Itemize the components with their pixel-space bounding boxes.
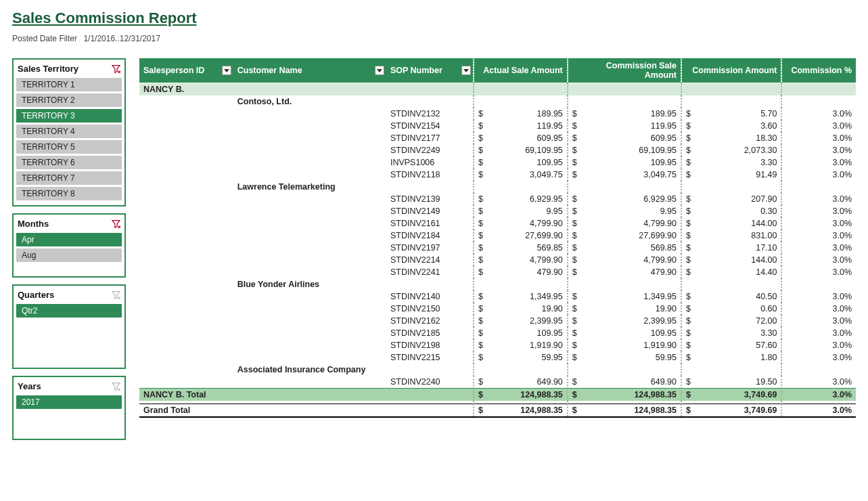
commission-pct: 3.0%: [781, 351, 856, 364]
actual-amount: 4,799.90: [487, 217, 568, 230]
currency-symbol: $: [474, 389, 487, 401]
commission-pct: 3.0%: [781, 404, 856, 418]
commission-pct: 3.0%: [781, 266, 856, 278]
col-customer[interactable]: Customer Name: [233, 58, 386, 83]
actual-amount: 124,988.35: [487, 404, 568, 418]
currency-symbol: $: [568, 254, 581, 266]
commission-sale-amount: 124,988.35: [581, 389, 681, 401]
dropdown-icon[interactable]: [461, 66, 471, 75]
currency-symbol: $: [474, 290, 487, 303]
table-row: Contoso, Ltd.: [139, 95, 856, 108]
sop-number: STDINV2150: [386, 303, 474, 315]
currency-symbol: $: [681, 169, 695, 181]
currency-symbol: $: [681, 144, 695, 156]
slicer-item[interactable]: TERRITORY 1: [16, 78, 122, 91]
col-comm-sale[interactable]: Commission Sale Amount: [568, 58, 681, 83]
sop-number: STDINV2149: [386, 205, 474, 217]
slicer-item[interactable]: 2017: [16, 395, 122, 409]
currency-symbol: $: [568, 351, 581, 364]
col-salesperson[interactable]: Salesperson ID: [139, 58, 233, 83]
commission-amount: 91.49: [695, 169, 782, 181]
slicer-item[interactable]: Apr: [16, 233, 122, 246]
currency-symbol: $: [681, 205, 695, 217]
currency-symbol: $: [474, 339, 487, 351]
commission-sale-amount: 479.90: [581, 266, 681, 278]
col-comm-amt[interactable]: Commission Amount: [681, 58, 782, 83]
dropdown-icon[interactable]: [222, 66, 231, 75]
clear-filter-icon[interactable]: [111, 219, 120, 229]
slicer-item[interactable]: TERRITORY 8: [16, 187, 122, 200]
currency-symbol: $: [474, 108, 487, 120]
currency-symbol: $: [474, 242, 487, 254]
table-row: STDINV2198$1,919.90$1,919.90$57.603.0%: [139, 339, 856, 351]
clear-filter-icon[interactable]: [111, 64, 120, 74]
sop-number: STDINV2140: [386, 290, 474, 303]
table-row: STDINV2184$27,699.90$27,699.90$831.003.0…: [139, 230, 856, 242]
commission-pct: 3.0%: [781, 144, 856, 156]
commission-amount: 19.50: [695, 376, 782, 389]
commission-pct: 3.0%: [781, 120, 856, 132]
slicer-item[interactable]: Aug: [16, 248, 122, 262]
slicer-title: Years: [18, 381, 41, 391]
clear-filter-icon[interactable]: [111, 382, 120, 391]
table-row: STDINV2214$4,799.90$4,799.90$144.003.0%: [139, 254, 856, 266]
slicer-item[interactable]: TERRITORY 4: [16, 125, 122, 138]
slicer-item[interactable]: Qtr2: [16, 304, 122, 318]
salesperson-name: NANCY B.: [139, 83, 474, 96]
commission-amount: 5.70: [695, 108, 782, 120]
commission-sale-amount: 124,988.35: [581, 404, 681, 418]
col-sop[interactable]: SOP Number: [386, 58, 474, 83]
commission-sale-amount: 9.95: [581, 205, 681, 217]
commission-pct: 3.0%: [781, 339, 856, 351]
currency-symbol: $: [474, 351, 487, 364]
clear-filter-icon[interactable]: [111, 290, 120, 300]
actual-amount: 609.95: [487, 132, 568, 144]
slicer-item[interactable]: TERRITORY 2: [16, 93, 122, 107]
slicer-item[interactable]: TERRITORY 3: [16, 109, 122, 123]
currency-symbol: $: [681, 404, 695, 418]
sop-number: INVPS1006: [386, 156, 474, 169]
commission-sale-amount: 609.95: [581, 132, 681, 144]
currency-symbol: $: [681, 327, 695, 339]
slicer-years: Years2017: [12, 376, 126, 440]
sop-number: STDINV2161: [386, 217, 474, 230]
table-row: NANCY B.: [139, 83, 856, 96]
commission-sale-amount: 4,799.90: [581, 217, 681, 230]
col-customer-label: Customer Name: [237, 66, 302, 75]
commission-pct: 3.0%: [781, 327, 856, 339]
currency-symbol: $: [681, 242, 695, 254]
currency-symbol: $: [474, 144, 487, 156]
commission-pct: 3.0%: [781, 315, 856, 327]
col-actual-label: Actual Sale Amount: [483, 66, 563, 75]
slicer-item[interactable]: TERRITORY 7: [16, 171, 122, 185]
table-row: STDINV2197$569.85$569.85$17.103.0%: [139, 242, 856, 254]
table-row: STDINV2140$1,349.95$1,349.95$40.503.0%: [139, 290, 856, 303]
sop-number: STDINV2154: [386, 120, 474, 132]
table-row: STDINV2132$189.95$189.95$5.703.0%: [139, 108, 856, 120]
dropdown-icon[interactable]: [375, 66, 384, 75]
col-comm-pct[interactable]: Commission %: [781, 58, 856, 83]
col-actual[interactable]: Actual Sale Amount: [474, 58, 568, 83]
currency-symbol: $: [568, 266, 581, 278]
commission-sale-amount: 1,349.95: [581, 290, 681, 303]
commission-pct: 3.0%: [781, 217, 856, 230]
actual-amount: 1,919.90: [487, 339, 568, 351]
slicer-title: Months: [18, 219, 49, 229]
table-row: STDINV2215$59.95$59.95$1.803.0%: [139, 351, 856, 364]
currency-symbol: $: [681, 217, 695, 230]
sop-number: STDINV2118: [386, 169, 474, 181]
slicer-item[interactable]: TERRITORY 6: [16, 156, 122, 169]
slicer-item[interactable]: TERRITORY 5: [16, 140, 122, 154]
currency-symbol: $: [474, 217, 487, 230]
currency-symbol: $: [568, 205, 581, 217]
currency-symbol: $: [568, 242, 581, 254]
table-row: STDINV2241$479.90$479.90$14.403.0%: [139, 266, 856, 278]
commission-sale-amount: 649.90: [581, 376, 681, 389]
actual-amount: 479.90: [487, 266, 568, 278]
commission-amount: 144.00: [695, 254, 782, 266]
actual-amount: 119.95: [487, 120, 568, 132]
currency-symbol: $: [474, 327, 487, 339]
col-sop-label: SOP Number: [390, 66, 442, 75]
commission-sale-amount: 3,049.75: [581, 169, 681, 181]
actual-amount: 124,988.35: [487, 389, 568, 401]
